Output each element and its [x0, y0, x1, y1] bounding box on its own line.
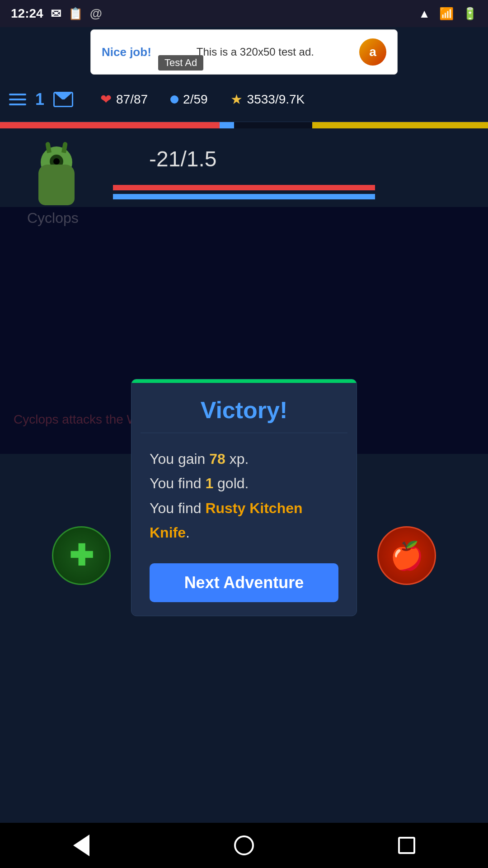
- mp-dot-icon: [170, 95, 178, 104]
- ad-text: This is a 320x50 test ad.: [197, 46, 314, 58]
- mp-value: 2/59: [183, 92, 208, 107]
- nav-bar: 1 ❤ 87/87 2/59 ★ 3533/9.7K: [0, 77, 488, 122]
- game-area: Cyclops -21/1.5 Cyclops attacks the Warr…: [0, 128, 488, 454]
- modal-overlay: Victory! You gain 78 xp. You find 1 gold…: [0, 207, 488, 454]
- reward-item-prefix: You find: [150, 500, 205, 516]
- heal-cross-icon: ✚: [69, 541, 94, 570]
- next-adventure-button[interactable]: Next Adventure: [150, 563, 338, 602]
- reward-xp-value: 78: [209, 451, 225, 467]
- cyclops-horn-left: [45, 142, 52, 153]
- victory-rewards: You gain 78 xp. You find 1 gold. You fin…: [131, 433, 357, 559]
- enemy-sprite: [27, 146, 86, 205]
- reward-gold-prefix: You find: [150, 475, 205, 491]
- home-button[interactable]: [230, 832, 258, 859]
- xp-value: 3533/9.7K: [247, 92, 305, 107]
- apple-icon: 🍎: [390, 540, 424, 572]
- notification-count: 1: [35, 90, 44, 109]
- ad-logo: a: [359, 38, 386, 66]
- reward-gold-value: 1: [205, 475, 213, 491]
- modal-progress-bar: [131, 379, 357, 383]
- cyclops-body: [38, 165, 75, 205]
- bottom-nav: [0, 823, 488, 868]
- gmail-icon: ✉: [51, 6, 61, 21]
- enemy-hp-bar: [113, 185, 375, 190]
- at-sign-icon: @: [90, 6, 102, 21]
- victory-title: Victory!: [131, 383, 357, 433]
- home-circle-icon: [234, 835, 254, 855]
- wifi-icon: ▲: [418, 7, 430, 21]
- reward-xp-prefix: You gain: [150, 451, 209, 467]
- reward-item-line: You find Rusty Kitchen Knife.: [150, 496, 338, 545]
- skill-apple[interactable]: 🍎: [377, 526, 436, 585]
- reward-gold-suffix: gold.: [213, 475, 249, 491]
- ad-nicejob: Nice job!: [102, 45, 151, 59]
- cyclops-horn-right: [61, 142, 68, 153]
- cyclops-pupil: [53, 158, 60, 165]
- reward-xp-suffix: xp.: [225, 451, 249, 467]
- victory-modal: Victory! You gain 78 xp. You find 1 gold…: [131, 379, 357, 616]
- battery-icon: 🔋: [463, 7, 477, 21]
- hp-heart-icon: ❤: [100, 91, 112, 107]
- status-bar: 12:24 ✉ 📋 @ ▲ 📶 🔋: [0, 0, 488, 27]
- clipboard-icon: 📋: [68, 7, 83, 21]
- xp-star-icon: ★: [230, 91, 243, 107]
- hp-value: 87/87: [116, 92, 148, 107]
- recents-square-icon: [398, 837, 415, 854]
- enemy-mp-bar: [113, 194, 375, 199]
- signal-icon: 📶: [439, 7, 454, 21]
- reward-xp-line: You gain 78 xp.: [150, 447, 338, 471]
- recents-button[interactable]: [393, 832, 420, 859]
- mail-icon[interactable]: [53, 92, 73, 107]
- xp-progress-bar: [312, 122, 488, 128]
- enemy-damage: -21/1.5: [113, 146, 488, 171]
- ad-label: Test Ad: [158, 55, 203, 71]
- hp-progress-bar: [0, 122, 220, 128]
- reward-gold-line: You find 1 gold.: [150, 471, 338, 495]
- back-triangle-icon: [73, 835, 89, 856]
- reward-item-suffix: .: [186, 524, 190, 541]
- back-button[interactable]: [68, 832, 95, 859]
- modal-progress-fill: [131, 379, 357, 383]
- hamburger-menu[interactable]: [9, 94, 26, 105]
- mp-progress-bar: [220, 122, 234, 128]
- ad-banner: Nice job! This is a 320x50 test ad. a: [90, 29, 398, 75]
- skill-heal[interactable]: ✚: [52, 526, 111, 585]
- time-display: 12:24: [11, 6, 43, 21]
- enemy-stats: -21/1.5: [113, 146, 488, 199]
- progress-bars: [0, 122, 488, 128]
